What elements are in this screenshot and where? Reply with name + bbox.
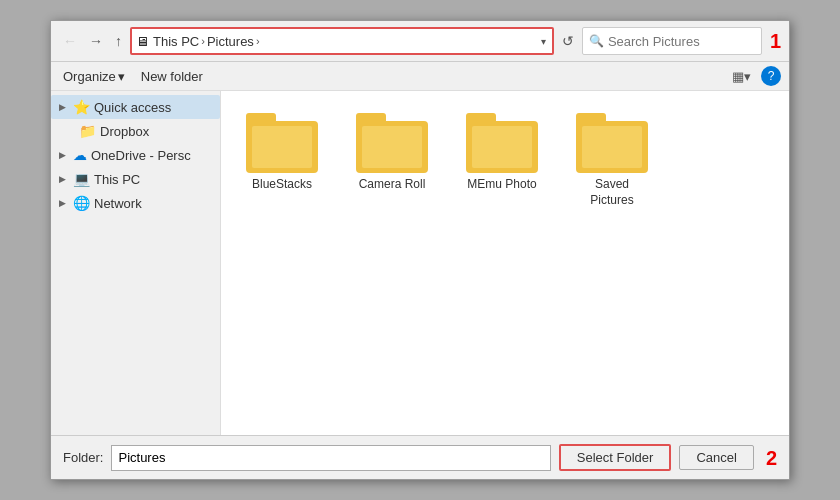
crumb-sep-2: › [256,35,260,47]
expand-icon-onedrive: ▶ [59,150,69,160]
folder-icon-bluestacks [246,113,318,173]
expand-icon-network: ▶ [59,198,69,208]
back-button[interactable]: ← [59,31,81,51]
folder-icon-saved-pictures [576,113,648,173]
dropbox-label: Dropbox [100,124,149,139]
sidebar-item-quick-access[interactable]: ▶ ⭐ Quick access [51,95,220,119]
view-dropdown-icon: ▾ [744,69,751,84]
annotation-1-badge: 1 [770,31,781,51]
search-icon: 🔍 [589,34,604,48]
address-dropdown-button[interactable]: ▾ [539,34,548,49]
star-icon: ⭐ [73,99,90,115]
bottom-bar: Folder: Select Folder Cancel 2 [51,435,789,479]
file-dialog: ← → ↑ 🖥 This PC › Pictures › ▾ ↺ 🔍 1 Org… [50,20,790,480]
address-computer-icon: 🖥 [136,34,149,49]
folder-icon-memu-photo [466,113,538,173]
up-button[interactable]: ↑ [111,31,126,51]
folder-label-bluestacks: BlueStacks [252,177,312,193]
view-button[interactable]: ▦ ▾ [728,67,755,86]
organize-button[interactable]: Organize ▾ [59,67,129,86]
toolbar2-left: Organize ▾ New folder [59,67,207,86]
cloud-icon: ☁ [73,147,87,163]
search-container: 🔍 [582,27,762,55]
sidebar: ▶ ⭐ Quick access 📁 Dropbox ▶ ☁ OneDrive … [51,91,221,435]
cancel-button[interactable]: Cancel [679,445,753,470]
main-content: ▶ ⭐ Quick access 📁 Dropbox ▶ ☁ OneDrive … [51,91,789,435]
toolbar2-right: ▦ ▾ ? [728,66,781,86]
folder-icon-camera-roll [356,113,428,173]
new-folder-button[interactable]: New folder [137,67,207,86]
sidebar-item-this-pc[interactable]: ▶ 💻 This PC [51,167,220,191]
organize-dropdown-icon: ▾ [118,69,125,84]
list-item[interactable]: Saved Pictures [567,107,657,214]
crumb-this-pc[interactable]: This PC [153,34,199,49]
sidebar-item-dropbox[interactable]: 📁 Dropbox [51,119,220,143]
computer-icon: 💻 [73,171,90,187]
action-toolbar: Organize ▾ New folder ▦ ▾ ? [51,62,789,91]
folder-field-label: Folder: [63,450,103,465]
list-item[interactable]: MEmu Photo [457,107,547,214]
search-input[interactable] [608,34,755,49]
new-folder-label: New folder [141,69,203,84]
expand-icon-this-pc: ▶ [59,174,69,184]
select-folder-button[interactable]: Select Folder [559,444,672,471]
refresh-button[interactable]: ↺ [558,31,578,51]
address-toolbar: ← → ↑ 🖥 This PC › Pictures › ▾ ↺ 🔍 1 [51,21,789,62]
folder-label-saved-pictures: Saved Pictures [573,177,651,208]
dropbox-icon: 📁 [79,123,96,139]
forward-button[interactable]: → [85,31,107,51]
folder-label-memu-photo: MEmu Photo [467,177,536,193]
folder-label-camera-roll: Camera Roll [359,177,426,193]
sidebar-item-onedrive[interactable]: ▶ ☁ OneDrive - Persc [51,143,220,167]
sidebar-item-network[interactable]: ▶ 🌐 Network [51,191,220,215]
help-button[interactable]: ? [761,66,781,86]
network-icon: 🌐 [73,195,90,211]
expand-icon-quick-access: ▶ [59,102,69,112]
quick-access-label: Quick access [94,100,171,115]
list-item[interactable]: BlueStacks [237,107,327,214]
file-area: BlueStacks Camera Roll [221,91,789,435]
list-item[interactable]: Camera Roll [347,107,437,214]
address-breadcrumb: This PC › Pictures › [153,34,535,49]
this-pc-label: This PC [94,172,140,187]
view-icon: ▦ [732,69,744,84]
annotation-2-badge: 2 [766,448,777,468]
address-bar[interactable]: 🖥 This PC › Pictures › ▾ [130,27,554,55]
network-label: Network [94,196,142,211]
organize-label: Organize [63,69,116,84]
onedrive-label: OneDrive - Persc [91,148,191,163]
crumb-sep-1: › [201,35,205,47]
folder-input[interactable] [111,445,550,471]
crumb-pictures[interactable]: Pictures [207,34,254,49]
